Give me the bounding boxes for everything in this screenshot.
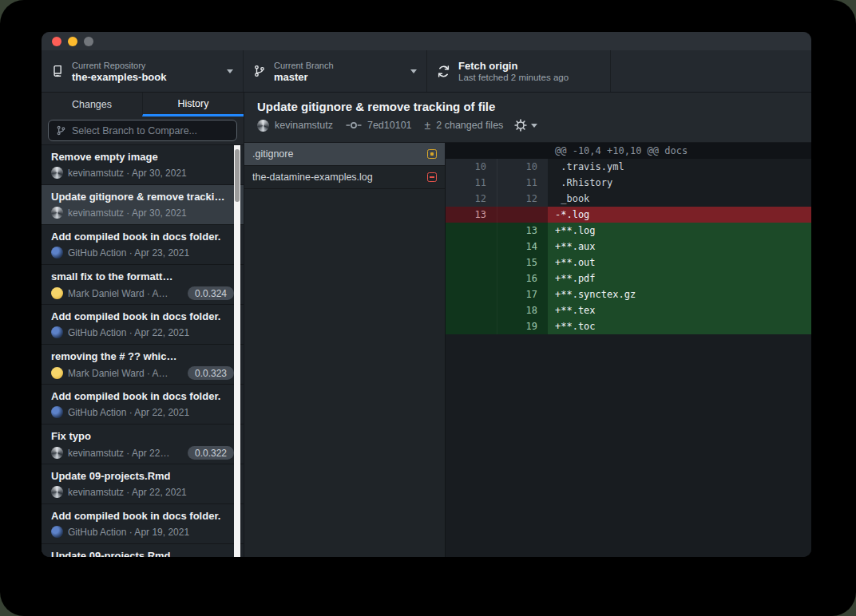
commit-list-item[interactable]: Update 09-projects.Rmd kevinamstutz · Ap… bbox=[42, 464, 244, 504]
minimize-window-button[interactable] bbox=[68, 37, 77, 46]
commit-meta: Mark Daniel Ward · A… bbox=[68, 368, 168, 379]
commit-title: Fix typo bbox=[51, 430, 234, 442]
desktop-background: Current Repository the-examples-book Cur… bbox=[0, 0, 856, 616]
commit-list-item[interactable]: Add compiled book in docs folder. GitHub… bbox=[42, 385, 244, 424]
scrollbar-track[interactable] bbox=[234, 145, 240, 557]
commit-meta: kevinamstutz · Apr 22… bbox=[68, 448, 169, 459]
diff-line-text: +**.tex bbox=[548, 302, 811, 318]
commit-title-heading: Update gitignore & remove tracking of fi… bbox=[257, 100, 799, 113]
commit-list-item[interactable]: Remove empty image kevinamstutz · Apr 30… bbox=[42, 145, 244, 185]
commit-meta: Mark Daniel Ward · A… bbox=[68, 288, 168, 299]
commit-list-item[interactable]: Add compiled book in docs folder. GitHub… bbox=[42, 305, 244, 345]
diff-old-line-number bbox=[446, 286, 497, 302]
window-titlebar[interactable] bbox=[42, 32, 811, 50]
current-repository-button[interactable]: Current Repository the-examples-book bbox=[42, 50, 244, 92]
diff-old-line-number bbox=[446, 270, 497, 286]
changed-file-row[interactable]: .gitignore bbox=[244, 143, 445, 166]
commit-list-item[interactable]: Update gitignore & remove tracki… kevina… bbox=[42, 185, 244, 225]
file-name: the-datamine-examples.log bbox=[252, 172, 421, 183]
diff-line-text: +**.pdf bbox=[548, 270, 811, 286]
commit-meta: GitHub Action · Apr 19, 2021 bbox=[68, 527, 189, 538]
commit-detail-header: Update gitignore & remove tracking of fi… bbox=[244, 93, 811, 143]
version-badge: 0.0.324 bbox=[188, 286, 234, 300]
branch-name: master bbox=[274, 71, 402, 83]
diff-new-line-number: 12 bbox=[497, 191, 548, 207]
zoom-window-button[interactable] bbox=[84, 37, 93, 46]
diff-line: 13 +**.log bbox=[446, 223, 811, 239]
commit-title: Add compiled book in docs folder. bbox=[51, 390, 234, 402]
author-avatar bbox=[51, 167, 63, 179]
diff-old-line-number bbox=[446, 318, 497, 334]
commit-list-item[interactable]: Add compiled book in docs folder. GitHub… bbox=[42, 504, 244, 544]
tab-changes[interactable]: Changes bbox=[42, 93, 142, 116]
author-avatar bbox=[51, 287, 63, 299]
branch-label: Current Branch bbox=[274, 60, 402, 71]
branch-icon bbox=[56, 125, 66, 136]
diff-line: 14 +**.aux bbox=[446, 239, 811, 255]
author-avatar bbox=[51, 447, 63, 459]
scrollbar-thumb[interactable] bbox=[235, 149, 240, 202]
diff-line-text: .travis.yml bbox=[548, 159, 811, 175]
commit-list-item[interactable]: Fix typo kevinamstutz · Apr 22… 0.0.322 bbox=[42, 424, 244, 464]
diff-old-line-number: 11 bbox=[446, 175, 497, 191]
fetch-subtitle: Last fetched 2 minutes ago bbox=[458, 72, 600, 83]
author-avatar bbox=[51, 526, 63, 538]
diff-new-line-number bbox=[497, 143, 548, 159]
diff-line-text: +**.out bbox=[548, 255, 811, 270]
diff-new-line-number: 11 bbox=[497, 175, 548, 191]
commit-detail-panel: Update gitignore & remove tracking of fi… bbox=[244, 93, 811, 557]
branch-compare-input[interactable]: Select Branch to Compare... bbox=[48, 120, 237, 141]
sidebar: Changes History Select Br bbox=[42, 93, 244, 557]
diff-new-line-number: 10 bbox=[497, 159, 548, 175]
diff-line: 13 -*.log bbox=[446, 207, 811, 223]
chevron-down-icon bbox=[410, 69, 417, 73]
current-repository-text: Current Repository the-examples-book bbox=[72, 60, 219, 83]
commit-meta: GitHub Action · Apr 22, 2021 bbox=[68, 407, 189, 418]
diff-new-line-number: 14 bbox=[497, 239, 548, 255]
diff-line: 12 12 _book bbox=[446, 191, 811, 207]
diff-old-line-number: 13 bbox=[446, 207, 497, 223]
author-avatar bbox=[51, 326, 63, 338]
commit-title: Update 09-projects.Rmd bbox=[51, 550, 234, 557]
commit-title: Add compiled book in docs folder. bbox=[51, 231, 234, 243]
repo-icon bbox=[51, 65, 64, 77]
commit-sha[interactable]: 7ed10101 bbox=[367, 120, 412, 131]
diff-line: 16 +**.pdf bbox=[446, 270, 811, 286]
commit-list-item[interactable]: Update 09-projects.Rmd bbox=[42, 544, 244, 557]
commit-list-item[interactable]: removing the # ?? whic… Mark Daniel Ward… bbox=[42, 345, 244, 385]
repository-label: Current Repository bbox=[72, 60, 219, 71]
diff-old-line-number bbox=[446, 302, 497, 318]
diff-line-text: -*.log bbox=[548, 207, 811, 223]
tab-history[interactable]: History bbox=[142, 93, 244, 116]
sync-icon bbox=[437, 65, 450, 78]
diff-old-line-number bbox=[446, 223, 497, 239]
github-desktop-window: Current Repository the-examples-book Cur… bbox=[42, 32, 811, 557]
fetch-title: Fetch origin bbox=[458, 60, 600, 72]
chevron-down-icon bbox=[227, 69, 233, 73]
fetch-origin-button[interactable]: Fetch origin Last fetched 2 minutes ago bbox=[427, 50, 611, 92]
diff-old-line-number bbox=[446, 255, 497, 270]
chevron-down-icon bbox=[531, 124, 537, 128]
commit-title: Update 09-projects.Rmd bbox=[51, 470, 234, 482]
close-window-button[interactable] bbox=[52, 37, 61, 46]
commit-title: Add compiled book in docs folder. bbox=[51, 310, 234, 322]
branch-icon bbox=[253, 65, 266, 77]
diff-new-line-number: 15 bbox=[497, 255, 548, 270]
diff-line: 19 +**.toc bbox=[446, 318, 811, 334]
commit-title: removing the # ?? whic… bbox=[51, 350, 234, 362]
diff-options-button[interactable] bbox=[514, 119, 537, 132]
file-name: .gitignore bbox=[252, 148, 421, 160]
diff-new-line-number: 18 bbox=[497, 302, 548, 318]
commit-icon bbox=[346, 120, 362, 130]
changed-file-row[interactable]: the-datamine-examples.log bbox=[244, 166, 445, 189]
diff-old-line-number bbox=[446, 143, 497, 159]
commit-list-item[interactable]: Add compiled book in docs folder. GitHub… bbox=[42, 225, 244, 265]
diff-line-text: +**.log bbox=[548, 223, 811, 239]
commit-list-item[interactable]: small fix to the formatt… Mark Daniel Wa… bbox=[42, 265, 244, 305]
author-avatar bbox=[51, 486, 63, 498]
file-status-icon bbox=[427, 172, 437, 182]
version-badge: 0.0.322 bbox=[188, 446, 234, 460]
current-branch-button[interactable]: Current Branch master bbox=[244, 50, 427, 92]
toolbar: Current Repository the-examples-book Cur… bbox=[42, 50, 811, 93]
diff-line-text: @@ -10,4 +10,10 @@ docs bbox=[548, 143, 811, 159]
